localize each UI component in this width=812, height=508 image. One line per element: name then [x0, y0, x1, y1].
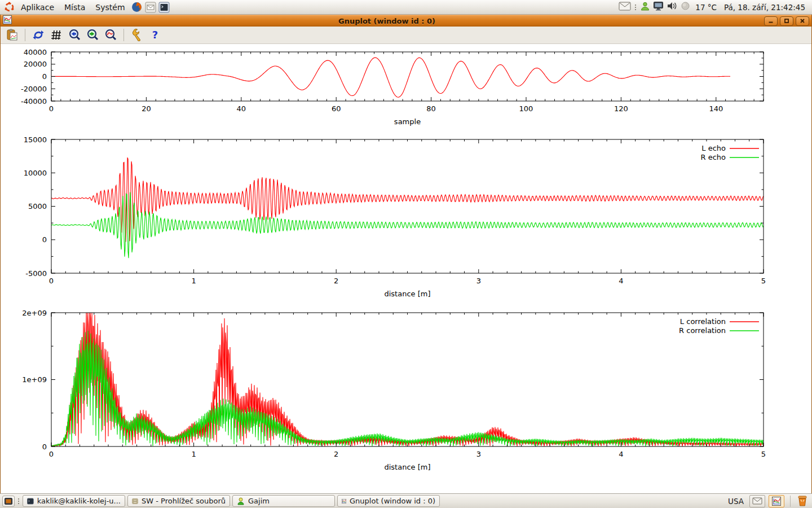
maximize-button[interactable]	[780, 16, 793, 26]
window-title: Gnuplot (window id : 0)	[12, 17, 762, 25]
ubuntu-logo-icon[interactable]	[3, 1, 15, 14]
titlebar[interactable]: Gnuplot (window id : 0)	[1, 15, 811, 27]
toolbar-separator	[25, 29, 25, 41]
plot-border	[51, 313, 764, 446]
plots-svg: 020406080100120140-40000-200000200004000…	[1, 44, 812, 491]
grid-button[interactable]	[48, 27, 64, 43]
task-button-file-manager[interactable]: SW - Prohlížeč souborů	[127, 495, 230, 507]
toolbar: ?	[1, 27, 811, 44]
task-button-terminal[interactable]: kaklik@kaklik-kolej-u...	[23, 495, 125, 507]
x-tick-label: 0	[49, 104, 54, 113]
x-tick-label: 0	[49, 450, 54, 458]
svg-text:?: ?	[152, 29, 158, 41]
weather-icon[interactable]	[681, 1, 690, 13]
x-tick-label: 100	[519, 104, 533, 113]
x-tick-label: 20	[142, 104, 151, 113]
chart-echo: 012345-5000050001000015000distance [m]L …	[24, 135, 766, 299]
taskbar: kaklik@kaklik-kolej-u... SW - Prohlížeč …	[0, 493, 812, 508]
plot-border	[51, 139, 764, 273]
file-manager-icon	[132, 497, 138, 505]
settings-button[interactable]	[129, 27, 145, 43]
minimize-button[interactable]	[764, 16, 778, 26]
x-tick-label: 80	[426, 104, 436, 113]
chart-correlation: 01234501e+092e+09distance [m]L correlati…	[22, 309, 766, 472]
trash-button[interactable]	[796, 495, 809, 507]
x-axis-label: sample	[394, 117, 421, 126]
x-tick-label: 40	[237, 104, 246, 113]
series-l-correlation	[51, 313, 764, 446]
task-label: Gajim	[248, 497, 270, 505]
mail-notification-icon[interactable]	[619, 2, 631, 13]
panel-tray: 17 °C Pá, 18. září, 21:42:45	[619, 0, 810, 14]
y-tick-label: 20000	[24, 60, 47, 68]
refresh-button[interactable]	[30, 27, 46, 43]
task-button-gajim[interactable]: Gajim	[232, 495, 335, 507]
x-tick-label: 2	[334, 450, 338, 458]
x-tick-label: 1	[191, 277, 196, 285]
task-label: SW - Prohlížeč souborů	[142, 497, 226, 505]
y-tick-label: 15000	[24, 135, 47, 144]
help-button[interactable]: ?	[147, 27, 163, 43]
task-label: kaklik@kaklik-kolej-u...	[37, 497, 121, 505]
toolbar-separator	[123, 29, 124, 41]
y-tick-label: 1e+09	[22, 375, 47, 384]
panel-left: Aplikace Místa Systém	[2, 0, 171, 14]
series-r-echo	[51, 192, 764, 259]
y-tick-label: 5000	[28, 202, 47, 211]
zoom-previous-button[interactable]	[67, 27, 82, 43]
window-list-handle[interactable]	[17, 496, 20, 506]
legend-label: L correlation	[680, 317, 726, 326]
x-tick-label: 60	[332, 104, 341, 113]
menu-applications[interactable]: Aplikace	[16, 0, 59, 14]
x-tick-label: 140	[709, 104, 723, 113]
temperature-indicator[interactable]: 17 °C	[693, 3, 719, 12]
taskbar-tray: USA	[726, 495, 810, 507]
y-tick-label: 0	[42, 235, 47, 244]
gnuplot-tray-button[interactable]	[769, 495, 784, 507]
terminal-launcher-icon[interactable]	[158, 1, 170, 14]
top-panel: Aplikace Místa Systém	[0, 0, 812, 15]
x-tick-label: 3	[476, 450, 481, 458]
user-switcher-icon[interactable]	[640, 1, 650, 14]
window-icon	[3, 15, 12, 27]
mail-tray-button[interactable]	[749, 495, 765, 507]
keyboard-layout-indicator[interactable]: USA	[726, 497, 746, 506]
firefox-launcher-icon[interactable]	[131, 1, 143, 14]
tray-handle[interactable]	[634, 2, 637, 12]
x-tick-label: 2	[334, 277, 338, 285]
x-tick-label: 0	[49, 277, 54, 285]
legend-label: L echo	[701, 144, 726, 152]
x-tick-label: 1	[191, 450, 196, 458]
x-tick-label: 120	[614, 104, 628, 113]
x-axis-label: distance [m]	[384, 463, 430, 471]
volume-icon[interactable]	[667, 1, 678, 13]
menu-places[interactable]: Místa	[59, 0, 90, 14]
plot-canvas[interactable]: 020406080100120140-40000-200000200004000…	[1, 44, 811, 493]
chart-signal: 020406080100120140-40000-200000200004000…	[21, 48, 764, 126]
mail-launcher-icon[interactable]	[144, 1, 157, 14]
y-tick-label: -40000	[21, 97, 47, 106]
zoom-next-button[interactable]	[85, 27, 100, 43]
copy-plot-button[interactable]	[4, 27, 20, 43]
x-tick-label: 3	[476, 277, 481, 285]
autoscale-button[interactable]	[103, 27, 118, 43]
display-icon[interactable]	[653, 1, 664, 13]
clock[interactable]: Pá, 18. září, 21:42:45	[722, 3, 807, 12]
x-tick-label: 5	[761, 277, 766, 285]
legend-label: R echo	[700, 153, 726, 161]
task-label: Gnuplot (window id : 0)	[350, 497, 435, 505]
task-button-gnuplot[interactable]: Gnuplot (window id : 0)	[337, 495, 440, 507]
y-tick-label: -5000	[25, 269, 47, 278]
gnuplot-icon	[772, 497, 781, 506]
x-tick-label: 5	[761, 450, 766, 458]
gajim-icon	[237, 497, 245, 505]
y-tick-label: 0	[42, 443, 47, 451]
show-desktop-button[interactable]	[2, 496, 15, 507]
y-tick-label: 0	[42, 72, 47, 81]
gnuplot-window: Gnuplot (window id : 0)	[0, 15, 812, 493]
close-button[interactable]	[796, 16, 809, 26]
menu-system[interactable]: Systém	[90, 0, 130, 14]
taskbar-separator	[790, 496, 791, 507]
y-tick-label: 10000	[24, 169, 47, 177]
y-tick-label: 40000	[24, 48, 47, 56]
